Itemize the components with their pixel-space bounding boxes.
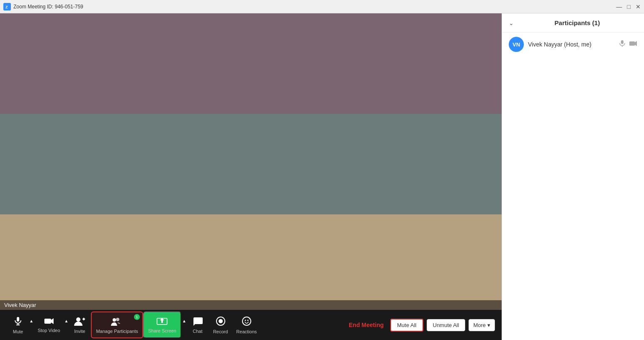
video-group: Stop Video ▲ (33, 312, 69, 338)
invite-icon (74, 317, 85, 327)
minimize-button[interactable]: — (616, 4, 622, 10)
manage-participants-label: Manage Participants (96, 329, 138, 334)
chat-button[interactable]: Chat (186, 312, 209, 338)
microphone-icon (13, 316, 23, 328)
chat-label: Chat (193, 329, 202, 334)
mute-all-button[interactable]: Mute All (390, 319, 423, 332)
svg-text:+: + (249, 317, 251, 321)
participants-panel: ⌄ Participants (1) VN Vivek Nayyar (Host… (502, 13, 644, 340)
video-segment-top (0, 13, 502, 114)
video-arrow[interactable]: ▲ (64, 319, 69, 332)
title-bar-left: Z Zoom Meeting ID: 946-051-759 (3, 3, 83, 10)
participant-mic-icon (619, 40, 626, 49)
more-button[interactable]: More ▾ (469, 319, 495, 331)
zoom-logo: Z (3, 3, 11, 10)
manage-participants-button[interactable]: 1 Manage Participants (91, 312, 143, 338)
video-name-label: Vivek Nayyar (0, 300, 502, 310)
svg-marker-20 (635, 41, 637, 46)
video-segment-mid (0, 114, 502, 214)
mute-arrow[interactable]: ▲ (29, 319, 33, 332)
stop-video-button[interactable]: Stop Video (33, 312, 64, 338)
svg-marker-10 (160, 318, 164, 323)
unmute-all-button[interactable]: Unmute All (427, 319, 466, 331)
participant-video-name: Vivek Nayyar (4, 302, 36, 308)
share-screen-arrow[interactable]: ▲ (181, 319, 186, 332)
end-meeting-button[interactable]: End Meeting (345, 320, 387, 330)
svg-rect-17 (621, 40, 623, 44)
participants-badge: 1 (134, 314, 140, 320)
mute-group: Mute ▲ (7, 312, 33, 338)
reactions-icon: + (242, 316, 252, 328)
participant-camera-icon (629, 41, 637, 48)
toolbar: Mute ▲ Stop Video ▲ (0, 310, 502, 340)
video-area: Vivek Nayyar Mute (0, 13, 502, 340)
toolbar-right: End Meeting Mute All Unmute All More ▾ (345, 319, 495, 332)
svg-point-12 (219, 319, 223, 323)
more-chevron-icon: ▾ (487, 322, 490, 328)
participant-avatar: VN (509, 37, 524, 52)
panel-title: Participants (1) (517, 19, 637, 26)
title-bar: Z Zoom Meeting ID: 946-051-759 — □ ✕ (0, 0, 644, 13)
avatar-initials: VN (513, 41, 520, 48)
share-screen-icon (157, 317, 167, 327)
panel-header: ⌄ Participants (1) (502, 13, 644, 33)
svg-text:Z: Z (5, 5, 8, 9)
participant-row: VN Vivek Nayyar (Host, me) (502, 33, 644, 56)
svg-rect-5 (44, 319, 51, 324)
close-button[interactable]: ✕ (636, 4, 641, 10)
record-label: Record (213, 329, 228, 334)
svg-point-14 (245, 319, 246, 321)
share-screen-button[interactable]: Share Screen (143, 312, 181, 338)
mute-label: Mute (13, 329, 23, 334)
participant-name: Vivek Nayyar (Host, me) (528, 41, 615, 48)
reactions-label: Reactions (236, 329, 257, 334)
chat-icon (193, 317, 203, 327)
stop-video-label: Stop Video (38, 328, 60, 333)
reactions-button[interactable]: + Reactions (232, 312, 261, 338)
video-content: Vivek Nayyar (0, 13, 502, 310)
mute-button[interactable]: Mute (7, 312, 29, 338)
share-screen-group: Share Screen ▲ (143, 312, 186, 338)
more-label: More (473, 322, 486, 328)
camera-icon (44, 317, 54, 327)
participant-icons (619, 40, 637, 49)
window-controls[interactable]: — □ ✕ (616, 4, 641, 10)
panel-collapse-button[interactable]: ⌄ (509, 20, 514, 26)
share-screen-label: Share Screen (148, 328, 176, 333)
svg-marker-6 (51, 318, 54, 324)
maximize-button[interactable]: □ (627, 4, 631, 10)
invite-button[interactable]: Invite (68, 312, 91, 338)
window-title: Zoom Meeting ID: 946-051-759 (13, 4, 83, 10)
record-icon (216, 316, 226, 328)
record-button[interactable]: Record (209, 312, 232, 338)
main-container: Vivek Nayyar Mute (0, 13, 644, 340)
video-segment-bottom: Vivek Nayyar (0, 214, 502, 310)
svg-rect-2 (17, 317, 19, 322)
svg-rect-19 (629, 41, 635, 46)
invite-label: Invite (74, 329, 85, 334)
manage-participants-icon (111, 317, 124, 327)
